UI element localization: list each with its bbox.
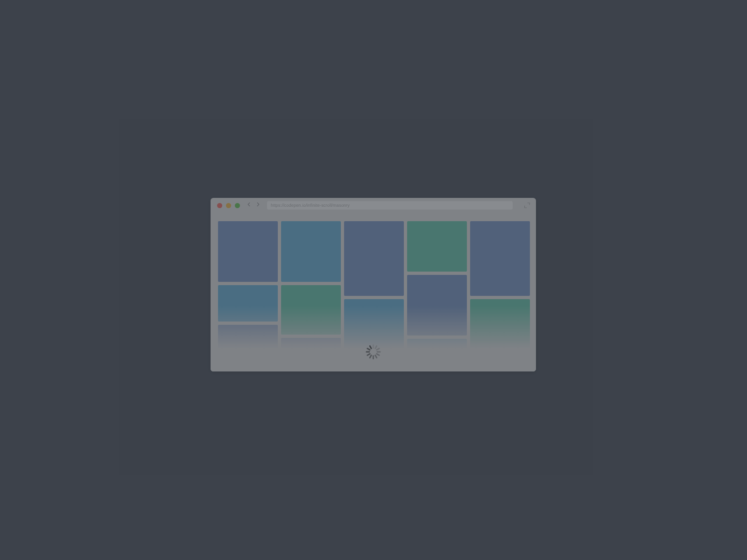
spinner-blade — [369, 354, 372, 358]
masonry-tile[interactable] — [407, 275, 467, 336]
window-controls — [217, 203, 240, 208]
masonry-tile[interactable] — [470, 221, 530, 296]
spinner-blade — [376, 348, 380, 351]
masonry-tile[interactable] — [281, 285, 341, 335]
masonry-tile[interactable] — [344, 221, 404, 296]
masonry-tile[interactable] — [281, 338, 341, 371]
spinner-blade — [373, 355, 374, 359]
address-bar[interactable]: https://codepen.io/infinite-scroll/mason… — [267, 201, 513, 210]
spinner-blade — [373, 344, 374, 349]
masonry-tile[interactable] — [218, 285, 278, 322]
maximize-window-button[interactable] — [235, 203, 240, 208]
forward-button[interactable] — [255, 201, 261, 210]
browser-window: https://codepen.io/infinite-scroll/mason… — [211, 198, 536, 371]
spinner-blade — [377, 351, 381, 353]
spinner-blade — [366, 351, 370, 353]
masonry-tile[interactable] — [470, 299, 530, 364]
masonry-tile[interactable] — [218, 221, 278, 282]
nav-arrows — [246, 201, 261, 210]
masonry-tile[interactable] — [281, 221, 341, 282]
minimize-window-button[interactable] — [226, 203, 231, 208]
expand-icon[interactable] — [524, 202, 530, 210]
close-window-button[interactable] — [217, 203, 222, 208]
masonry-tile[interactable] — [407, 339, 467, 371]
masonry-tile[interactable] — [407, 221, 467, 272]
browser-toolbar: https://codepen.io/infinite-scroll/mason… — [211, 198, 536, 213]
loading-spinner-icon — [366, 344, 381, 359]
back-button[interactable] — [246, 201, 252, 210]
address-bar-text: https://codepen.io/infinite-scroll/mason… — [271, 203, 350, 208]
page-viewport[interactable] — [211, 213, 536, 371]
masonry-tile[interactable] — [218, 325, 278, 371]
